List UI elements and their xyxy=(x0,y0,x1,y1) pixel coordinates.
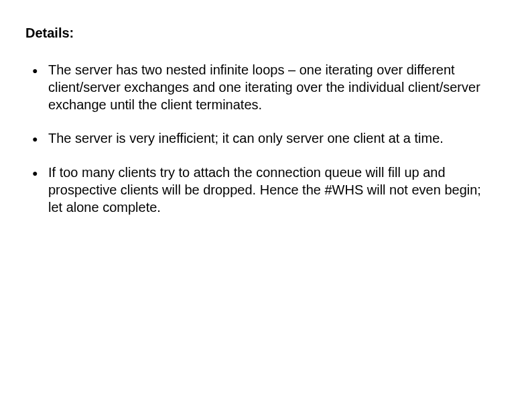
bullet-text: The server is very inefficient; it can o… xyxy=(48,129,464,147)
bullet-text: The server has two nested infinite loops… xyxy=(48,61,507,113)
bullet-text: If too many clients try to attach the co… xyxy=(48,164,507,216)
bullet-icon: ● xyxy=(32,61,48,79)
bullet-icon: ● xyxy=(32,164,48,182)
list-item: ● The server is very inefficient; it can… xyxy=(32,129,507,148)
list-item: ● If too many clients try to attach the … xyxy=(32,164,507,216)
bullet-icon: ● xyxy=(32,129,48,148)
list-item: ● The server has two nested infinite loo… xyxy=(32,61,507,113)
bullet-list: ● The server has two nested infinite loo… xyxy=(25,61,507,216)
page-title: Details: xyxy=(25,25,507,41)
